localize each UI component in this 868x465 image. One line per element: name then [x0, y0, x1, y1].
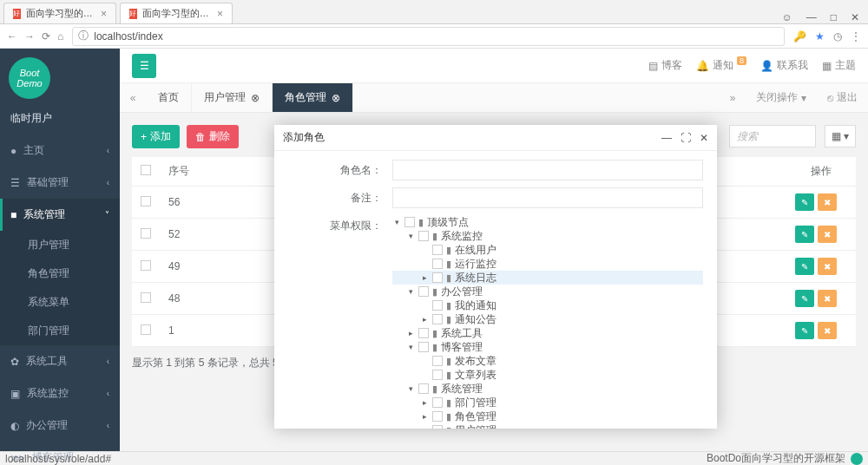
minimize-icon[interactable]: — — [661, 132, 672, 144]
tree-node[interactable]: ▸▮用户管理 — [392, 423, 703, 429]
tab-scroll-left[interactable]: « — [120, 83, 146, 112]
topbar-blog[interactable]: ▤博客 — [648, 58, 682, 73]
edit-button[interactable]: ✎ — [795, 258, 814, 275]
tree-checkbox[interactable] — [418, 342, 429, 352]
view-toggle[interactable]: ▦ ▾ — [825, 125, 856, 147]
tree-node[interactable]: ▸▮系统日志 — [392, 271, 703, 285]
tree-checkbox[interactable] — [418, 328, 429, 338]
tree-checkbox[interactable] — [432, 314, 443, 324]
submenu-role[interactable]: 角色管理 — [0, 259, 120, 288]
row-checkbox[interactable] — [141, 260, 151, 271]
close-icon[interactable]: ⊗ — [332, 92, 340, 104]
tab-home[interactable]: 首页 — [146, 83, 192, 112]
tree-checkbox[interactable] — [432, 272, 443, 283]
rolename-input[interactable] — [392, 160, 703, 180]
browser-tab-active[interactable]: 好 面向学习型的开源框架 × — [120, 3, 233, 23]
sidebar-item-tools[interactable]: ✿ 系统工具 ‹ — [0, 345, 120, 377]
row-checkbox[interactable] — [141, 292, 151, 303]
browser-tab[interactable]: 好 面向学习型的开源框架 × — [3, 3, 116, 23]
tree-checkbox[interactable] — [432, 356, 443, 366]
logout-button[interactable]: ⎋退出 — [817, 90, 868, 105]
forward-icon[interactable]: → — [24, 30, 35, 43]
tree-checkbox[interactable] — [432, 425, 443, 429]
tree-node[interactable]: ▸▮系统工具 — [392, 326, 703, 340]
caret-icon[interactable]: ▾ — [406, 287, 415, 296]
caret-icon[interactable]: ▸ — [420, 426, 429, 429]
edit-button[interactable]: ✎ — [795, 226, 814, 243]
tree-node[interactable]: ▸▮通知公告 — [392, 312, 703, 326]
tree-node[interactable]: ▾▮系统监控 — [392, 229, 703, 243]
tree-node[interactable]: ▮文章列表 — [392, 368, 703, 382]
tree-node[interactable]: ▮我的通知 — [392, 298, 703, 312]
remark-input[interactable] — [392, 187, 703, 208]
caret-icon[interactable]: ▸ — [420, 412, 429, 421]
topbar-notify[interactable]: 🔔通知8 — [696, 58, 746, 73]
caret-icon[interactable]: ▸ — [406, 329, 415, 337]
caret-icon[interactable]: ▾ — [406, 343, 415, 351]
menu-icon[interactable]: ⋮ — [851, 30, 861, 43]
delete-button[interactable]: 🗑删除 — [187, 125, 239, 148]
tree-checkbox[interactable] — [432, 370, 443, 380]
close-icon[interactable]: × — [101, 8, 107, 20]
caret-icon[interactable]: ▸ — [420, 273, 429, 282]
tree-checkbox[interactable] — [432, 411, 443, 422]
row-checkbox[interactable] — [141, 196, 151, 206]
tree-node[interactable]: ▮发布文章 — [392, 354, 703, 368]
tree-node[interactable]: ▸▮部门管理 — [392, 396, 703, 409]
edit-button[interactable]: ✎ — [795, 322, 814, 339]
tree-node[interactable]: ▾▮办公管理 — [392, 285, 703, 298]
row-checkbox[interactable] — [141, 228, 151, 239]
star-icon[interactable]: ★ — [815, 30, 825, 43]
tree-checkbox[interactable] — [418, 383, 429, 394]
sidebar-item-base[interactable]: ☰ 基础管理 ‹ — [0, 167, 120, 199]
submenu-menu[interactable]: 系统菜单 — [0, 288, 120, 317]
sidebar-item-home[interactable]: ● 主页 ‹ — [0, 134, 120, 167]
tree-checkbox[interactable] — [432, 245, 443, 255]
row-checkbox[interactable] — [141, 324, 151, 335]
close-icon[interactable]: ⊗ — [251, 92, 260, 104]
tree-checkbox[interactable] — [432, 259, 443, 269]
topbar-theme[interactable]: ▦主题 — [822, 58, 856, 73]
tree-node[interactable]: ▮运行监控 — [392, 257, 703, 271]
tab-scroll-right[interactable]: » — [720, 92, 746, 104]
caret-icon[interactable]: ▾ — [406, 232, 415, 240]
tree-node[interactable]: ▾▮系统管理 — [392, 382, 703, 396]
remove-button[interactable]: ✖ — [818, 322, 837, 339]
tree-checkbox[interactable] — [432, 397, 443, 408]
sidebar-item-system[interactable]: ■ 系统管理 ˅ — [0, 199, 120, 231]
tree-checkbox[interactable] — [418, 286, 429, 297]
sidebar-item-monitor[interactable]: ▣ 系统监控 ‹ — [0, 377, 120, 409]
tree-checkbox[interactable] — [404, 217, 415, 227]
edit-button[interactable]: ✎ — [795, 193, 814, 211]
tree-node[interactable]: ▾▮博客管理 — [392, 340, 703, 354]
caret-icon[interactable]: ▾ — [406, 384, 415, 393]
tab-role[interactable]: 角色管理⊗ — [273, 83, 353, 112]
tree-node[interactable]: ▸▮角色管理 — [392, 409, 703, 423]
remove-button[interactable]: ✖ — [818, 226, 837, 243]
remove-button[interactable]: ✖ — [818, 193, 837, 211]
remove-button[interactable]: ✖ — [818, 290, 837, 307]
tree-node[interactable]: ▾▮顶级节点 — [392, 215, 703, 229]
url-input[interactable]: ⓘ localhost/index — [72, 27, 785, 46]
caret-icon[interactable]: ▸ — [420, 398, 429, 407]
close-ops-menu[interactable]: 关闭操作▾ — [746, 90, 817, 105]
caret-icon[interactable]: ▾ — [392, 218, 401, 226]
checkall[interactable] — [141, 165, 151, 175]
maximize-icon[interactable]: □ — [831, 11, 837, 23]
submenu-user[interactable]: 用户管理 — [0, 231, 120, 259]
topbar-contact[interactable]: 👤联系我 — [760, 58, 808, 73]
tree-checkbox[interactable] — [418, 231, 429, 241]
key-icon[interactable]: 🔑 — [793, 30, 806, 43]
tree-checkbox[interactable] — [432, 300, 443, 311]
remove-button[interactable]: ✖ — [818, 258, 837, 275]
minimize-icon[interactable]: — — [806, 11, 817, 23]
back-icon[interactable]: ← — [7, 30, 17, 43]
add-button[interactable]: +添加 — [132, 125, 180, 148]
window-close-icon[interactable]: ✕ — [851, 11, 859, 23]
tree-node[interactable]: ▮在线用户 — [392, 243, 703, 257]
caret-icon[interactable]: ▸ — [420, 315, 429, 324]
maximize-icon[interactable]: ⛶ — [681, 132, 691, 144]
submenu-dept[interactable]: 部门管理 — [0, 317, 120, 345]
menu-toggle-button[interactable]: ☰ — [132, 54, 156, 78]
user-icon[interactable]: ☺ — [781, 11, 792, 23]
